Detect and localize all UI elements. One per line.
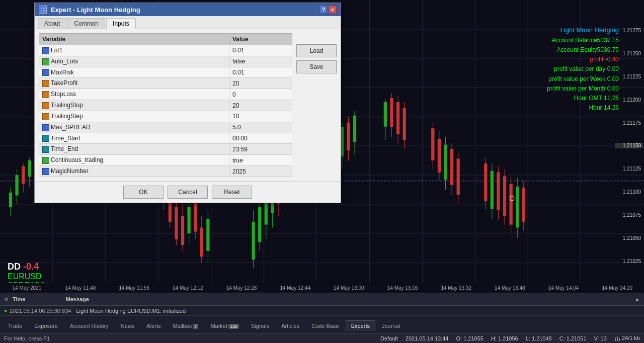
table-row[interactable]: TrailingStop20	[39, 100, 292, 111]
price-label-4: 1.21175	[615, 120, 643, 126]
tab-account-history[interactable]: Account History	[64, 320, 114, 331]
value-cell[interactable]: 0.01	[229, 67, 292, 78]
value-cell[interactable]: 20	[229, 100, 292, 111]
log-time-header: Time	[13, 296, 25, 302]
table-row[interactable]: Continuous_tradingtrue	[39, 155, 292, 166]
svg-rect-92	[491, 171, 494, 209]
tab-trade[interactable]: Trade	[3, 320, 28, 331]
row-icon-3	[42, 80, 49, 87]
mailbox-badge: 7	[193, 324, 198, 329]
tab-signals[interactable]: Signals	[246, 320, 275, 331]
tab-common[interactable]: Common	[67, 18, 105, 29]
svg-rect-100	[516, 187, 519, 227]
row-icon-1	[42, 58, 49, 65]
value-cell[interactable]: 20	[229, 78, 292, 89]
value-cell[interactable]: false	[229, 56, 292, 67]
tab-about[interactable]: About	[38, 18, 66, 29]
log-entry-message: Light Moon Hedging EURUSD,M1: initialize…	[76, 308, 186, 314]
row-icon-2	[42, 69, 49, 76]
expert-dialog: Expert - Light Moon Hedging ? × About Co…	[34, 3, 341, 203]
params-table: Variable Value Lot10.01Auto_LotsfalseMax…	[39, 33, 292, 177]
tab-articles[interactable]: Articles	[276, 320, 305, 331]
value-cell[interactable]: 00:00	[229, 133, 292, 144]
dialog-titlebar[interactable]: Expert - Light Moon Hedging ? ×	[35, 3, 341, 16]
profit-per-month: profit value per Month 0.00	[547, 84, 619, 94]
price-axis: 1.21275 1.21250 1.21225 1.21200 1.21175 …	[614, 25, 644, 267]
row-icon-7	[42, 124, 49, 131]
tab-alerts[interactable]: Alerts	[141, 320, 166, 331]
table-header-row: Variable Value	[39, 34, 292, 45]
table-row[interactable]: Lot10.01	[39, 45, 292, 56]
status-high: H: 1.21056	[491, 335, 518, 341]
table-row[interactable]: Max_SPREAD5.0	[39, 122, 292, 133]
table-row[interactable]: Auto_Lotsfalse	[39, 56, 292, 67]
log-collapse-btn[interactable]: ▲	[634, 296, 640, 302]
value-cell[interactable]: 10	[229, 111, 292, 122]
price-label-8: 1.21050	[615, 235, 643, 241]
tab-mailbox[interactable]: Mailbox7	[167, 320, 204, 331]
row-icon-10	[42, 157, 49, 164]
value-cell[interactable]: 23:59	[229, 144, 292, 155]
table-row[interactable]: MaxRisk0.01	[39, 67, 292, 78]
tab-exposure[interactable]: Exposure	[29, 320, 63, 331]
tab-inputs[interactable]: Inputs	[106, 18, 136, 29]
row-icon-9	[42, 146, 49, 153]
table-row[interactable]: Time_Start00:00	[39, 133, 292, 144]
status-close: C: 1.21051	[559, 335, 587, 341]
svg-rect-98	[509, 184, 512, 224]
svg-rect-105	[617, 336, 618, 341]
log-message-header: Message	[65, 296, 89, 302]
price-label-active: 1.21150	[615, 143, 643, 148]
reset-button[interactable]: Reset	[212, 186, 252, 199]
cancel-button[interactable]: Cancel	[168, 186, 208, 199]
variable-cell: Lot1	[39, 45, 229, 56]
table-row[interactable]: MagicNumber2025	[39, 166, 292, 177]
value-cell[interactable]: 2025	[229, 166, 292, 177]
tab-journal[interactable]: Journal	[376, 320, 406, 331]
profit-per-week: profit value per Week 0.00	[547, 74, 619, 84]
variable-cell: Time_End	[39, 144, 229, 155]
table-row[interactable]: TakeProfit20	[39, 78, 292, 89]
price-label-3: 1.21200	[615, 97, 643, 103]
tab-market[interactable]: Market126	[205, 320, 245, 331]
table-row[interactable]: StopLoss0	[39, 89, 292, 100]
svg-rect-109	[41, 10, 42, 12]
price-label-1: 1.21250	[615, 51, 643, 56]
svg-rect-78	[403, 108, 406, 140]
value-cell[interactable]: 5.0	[229, 122, 292, 133]
load-button[interactable]: Load	[296, 44, 337, 57]
svg-rect-82	[438, 139, 441, 173]
ok-button[interactable]: OK	[123, 186, 164, 199]
dialog-footer: OK Cancel Reset	[35, 181, 341, 203]
tab-code-base[interactable]: Code Base	[306, 320, 344, 331]
variable-cell: StopLoss	[39, 89, 229, 100]
dd-line: DD -0.4	[8, 262, 45, 272]
value-cell[interactable]: 0	[229, 89, 292, 100]
tab-news[interactable]: News	[115, 320, 140, 331]
price-label-0: 1.21275	[615, 28, 643, 33]
variable-cell: MagicNumber	[39, 166, 229, 177]
dialog-close-btn[interactable]: ×	[329, 6, 337, 14]
time-label-2: 14 May 11:56	[107, 285, 161, 291]
time-label-10: 14 May 14:04	[537, 285, 591, 291]
variable-cell: Time_Start	[39, 133, 229, 144]
value-cell[interactable]: true	[229, 155, 292, 166]
dialog-help-btn[interactable]: ?	[319, 6, 328, 14]
svg-rect-28	[28, 160, 31, 177]
col-value: Value	[229, 34, 292, 45]
tab-experts[interactable]: Experts	[346, 320, 375, 331]
svg-rect-68	[347, 123, 350, 151]
hour-gmt: Hour GMT 11:26	[547, 94, 619, 103]
log-close-btn[interactable]: ✕	[4, 296, 9, 303]
save-button[interactable]: Save	[296, 60, 337, 73]
value-cell[interactable]: 0.01	[229, 45, 292, 56]
profit-per-day: profit value per day 0.00	[547, 64, 619, 74]
chart-info-panel: Light Moon Hedging Account Balance5037.1…	[547, 25, 619, 113]
inputs-table: Variable Value Lot10.01Auto_LotsfalseMax…	[39, 33, 292, 177]
svg-rect-24	[15, 175, 18, 196]
time-label-9: 14 May 13:48	[483, 285, 537, 291]
variable-cell: Max_SPREAD	[39, 122, 229, 133]
status-volume: V: 13	[594, 335, 607, 341]
table-row[interactable]: TrailingStep10	[39, 111, 292, 122]
table-row[interactable]: Time_End23:59	[39, 144, 292, 155]
